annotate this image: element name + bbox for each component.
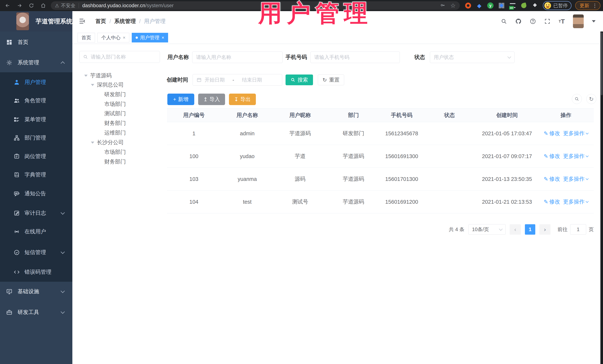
tree-node-market2[interactable]: 市场部门 [104, 148, 126, 157]
username-label: 用户名称 [167, 54, 189, 61]
edit-link[interactable]: ✎修改 [544, 130, 560, 137]
tree-node-rd[interactable]: 研发部门 [104, 90, 126, 99]
sidebar-item-error-code[interactable]: 错误码管理 [0, 263, 72, 281]
extension-leaf-icon[interactable] [521, 2, 527, 9]
avatar-caret-icon[interactable] [592, 20, 596, 22]
address-bar[interactable]: ⚠ 不安全 dashboard.yudao.iocoder.cn /system… [51, 1, 460, 10]
tree-node-shenzhen[interactable]: 深圳总公司 [91, 80, 124, 89]
username-field[interactable] [192, 52, 283, 63]
add-button[interactable]: + 新增 [167, 94, 194, 105]
dept-search-box[interactable] [79, 51, 160, 63]
more-actions-link[interactable]: 更多操作 [563, 130, 588, 137]
header-actions: TT [501, 14, 603, 28]
sidebar-item-system[interactable]: 系统管理 [0, 53, 72, 72]
edit-link[interactable]: ✎修改 [544, 153, 560, 160]
extension-gem-icon[interactable]: ◆ [476, 2, 482, 9]
sidebar-item-online-users[interactable]: 在线用户 [0, 222, 72, 241]
font-size-icon[interactable]: TT [559, 18, 565, 25]
more-actions-link[interactable]: 更多操作 [563, 175, 588, 183]
sidebar-item-post-management[interactable]: 岗位管理 [0, 147, 72, 166]
sidebar-item-dept-management[interactable]: 部门管理 [0, 129, 72, 147]
current-page-button[interactable]: 1 [525, 224, 535, 235]
reload-icon[interactable] [28, 2, 35, 9]
caret-down-icon[interactable] [84, 75, 88, 77]
tab-user-management[interactable]: 用户管理 × [132, 33, 168, 43]
annotation-overlay-title: 用户管理 [258, 0, 372, 30]
table-row[interactable]: 103 yuanma 源码 芋道源码 15601701300 2021-01-1… [167, 168, 594, 190]
caret-down-icon[interactable] [91, 84, 94, 86]
sidebar-item-infrastructure[interactable]: 基础设施 [0, 282, 72, 301]
search-button[interactable]: 搜索 [286, 75, 313, 85]
github-icon[interactable] [515, 18, 522, 24]
prev-page-button[interactable]: ‹ [510, 224, 521, 235]
mobile-field[interactable] [310, 52, 400, 63]
table-row[interactable]: 1 admin 芋道源码 研发部门 15612345678 2021-01-05… [167, 122, 594, 145]
table-row[interactable]: 104 test 测试号 芋道源码 15601691200 2021-01-21… [167, 190, 594, 213]
breadcrumb-system[interactable]: 系统管理 [114, 18, 136, 25]
extension-y-icon[interactable]: y [487, 2, 494, 9]
extension-ubuntu-icon[interactable] [465, 2, 471, 9]
tree-node-test[interactable]: 测试部门 [104, 109, 126, 118]
tree-node-finance2[interactable]: 财务部门 [104, 157, 126, 166]
home-icon[interactable] [40, 2, 46, 9]
caret-down-icon[interactable] [91, 142, 94, 144]
username-input[interactable] [196, 55, 279, 60]
cell-username: admin [221, 131, 274, 137]
page-size-select[interactable]: 10条/页 [468, 224, 506, 235]
reset-button[interactable]: ↻ 重置 [318, 75, 344, 85]
next-page-button[interactable]: › [539, 224, 550, 235]
tree-node-changsha[interactable]: 长沙分公司 [91, 138, 124, 147]
sidebar-item-home[interactable]: 首页 [0, 33, 72, 52]
fullscreen-icon[interactable] [544, 18, 550, 24]
mobile-input[interactable] [314, 55, 396, 60]
sidebar-item-user-management[interactable]: 用户管理 [0, 73, 72, 92]
table-row[interactable]: 100 yudao 芋道 芋道源码 15601691300 2021-01-07… [167, 145, 594, 168]
browser-menu-icon[interactable]: ⋮ [592, 3, 597, 9]
status-select[interactable]: 用户状态 [430, 52, 514, 63]
more-actions-link[interactable]: 更多操作 [563, 153, 588, 160]
sidebar-item-notice[interactable]: 通知公告 [0, 184, 72, 203]
back-icon[interactable] [4, 2, 11, 9]
search-icon[interactable] [501, 18, 507, 24]
help-icon[interactable] [530, 18, 536, 24]
tree-node-market[interactable]: 市场部门 [104, 100, 126, 109]
breadcrumb-home[interactable]: 首页 [95, 18, 106, 25]
tree-node-ops[interactable]: 运维部门 [104, 128, 126, 137]
extensions-puzzle-icon[interactable] [532, 2, 538, 9]
goto-page-input[interactable] [570, 224, 586, 235]
sidebar-item-dev-tools[interactable]: 研发工具 [0, 303, 72, 321]
browser-profile-chip[interactable]: 已暂停 [543, 1, 571, 10]
sidebar-item-menu-management[interactable]: 菜单管理 [0, 110, 72, 129]
extension-switch-icon[interactable]: on [510, 2, 516, 9]
browser-update-button[interactable]: 更新 ⋮ [575, 1, 600, 10]
sidebar-item-dict-management[interactable]: 字典管理 [0, 165, 72, 184]
tab-home[interactable]: 首页 [78, 33, 95, 43]
sidebar-collapse-icon[interactable] [79, 18, 86, 25]
bookmark-star-icon[interactable]: ☆ [450, 2, 456, 9]
dept-search-input[interactable] [91, 54, 156, 60]
security-warning-icon[interactable]: ⚠ [55, 3, 59, 8]
tab-profile[interactable]: 个人中心 × [97, 33, 129, 43]
password-key-icon[interactable] [440, 3, 445, 9]
edit-link[interactable]: ✎修改 [544, 175, 560, 183]
forward-icon[interactable] [16, 2, 23, 9]
close-icon[interactable]: × [123, 35, 126, 40]
close-icon[interactable]: × [162, 35, 164, 40]
date-range-picker[interactable]: 开始日期 - 结束日期 [193, 74, 282, 86]
toggle-search-button[interactable] [572, 94, 582, 104]
tree-node-root[interactable]: 芋道源码 [84, 71, 112, 80]
import-button[interactable]: ↥ 导入 [198, 94, 225, 105]
tree-node-finance[interactable]: 财务部门 [104, 119, 126, 128]
sidebar-item-audit-log[interactable]: 审计日志 [0, 204, 72, 222]
sidebar-item-sms-management[interactable]: 短信管理 [0, 243, 72, 262]
page-scrollbar[interactable] [600, 32, 603, 364]
extension-blocks-icon[interactable] [498, 2, 505, 9]
more-actions-link[interactable]: 更多操作 [563, 198, 588, 206]
refresh-table-button[interactable]: ↻ [586, 94, 596, 104]
sidebar-item-role-management[interactable]: 角色管理 [0, 91, 72, 110]
edit-link[interactable]: ✎修改 [544, 198, 560, 206]
scrollbar-thumb[interactable] [601, 32, 603, 95]
user-avatar[interactable] [573, 14, 584, 28]
app-logo-row[interactable]: 芋道管理系统 [0, 11, 72, 32]
export-button[interactable]: ↧ 导出 [229, 94, 256, 105]
